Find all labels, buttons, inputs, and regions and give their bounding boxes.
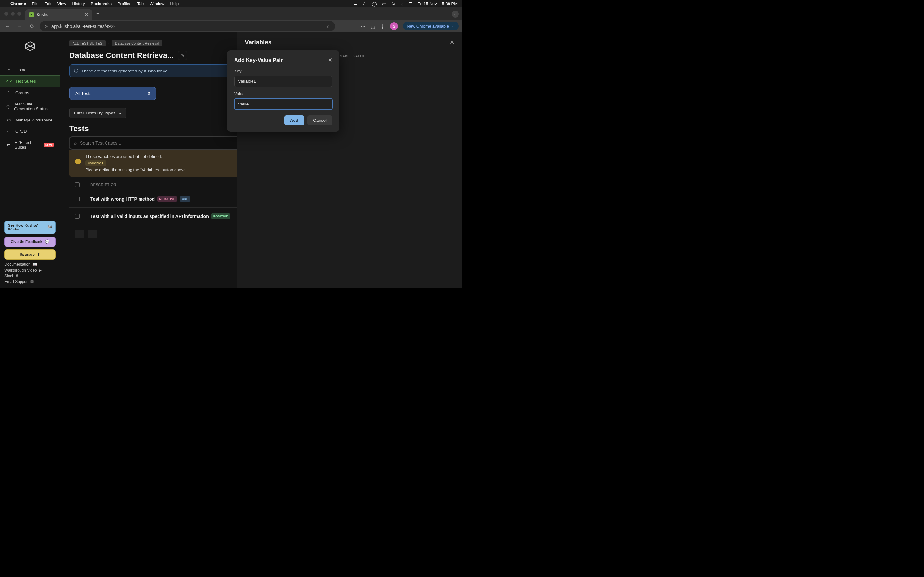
menu-view[interactable]: View	[57, 1, 66, 6]
downloads-icon[interactable]: ⭳	[380, 23, 385, 29]
select-all-checkbox[interactable]	[75, 182, 79, 187]
control-center-icon[interactable]: ☰	[409, 1, 413, 6]
undefined-var-chip: variable1	[86, 160, 106, 166]
sidebar: ⌂ Home ✓✓ Test Suites 🗀 Groups ◌ Test Su…	[0, 32, 60, 288]
tests-heading: Tests	[69, 124, 89, 133]
menu-file[interactable]: File	[32, 1, 39, 6]
test-name: Test with all valid inputs as specified …	[90, 214, 209, 219]
value-input[interactable]	[234, 98, 333, 110]
window-controls[interactable]	[5, 12, 21, 16]
status-icon: ◌	[6, 104, 10, 109]
page-prev-button[interactable]: ‹	[88, 229, 97, 239]
tab-close-icon[interactable]: ✕	[84, 12, 89, 18]
tab-overflow-icon[interactable]: ⌄	[452, 11, 459, 18]
link-email[interactable]: Email Support ✉	[5, 279, 55, 284]
feedback-button[interactable]: Give Us Feedback 💬	[5, 237, 55, 247]
chrome-tab-bar: k Kusho ✕ + ⌄	[0, 7, 462, 20]
menubar-app[interactable]: Chrome	[10, 1, 26, 6]
menubar-date[interactable]: Fri 15 Nov	[418, 1, 437, 6]
chevron-right-icon: ›	[108, 41, 110, 45]
new-badge: NEW	[44, 143, 53, 147]
breadcrumb-root[interactable]: ALL TEST SUITES	[69, 40, 105, 47]
url-input[interactable]: ⊙ app.kusho.ai/all-test-suites/4922 ☆	[40, 21, 335, 31]
menu-help[interactable]: Help	[170, 1, 179, 6]
menu-edit[interactable]: Edit	[44, 1, 51, 6]
swap-icon: ⇄	[6, 143, 11, 147]
link-documentation[interactable]: Documentation 📖	[5, 262, 55, 267]
filter-tests-button[interactable]: Filter Tests By Types ⌄	[69, 108, 126, 118]
test-name: Test with wrong HTTP method	[90, 197, 155, 201]
profile-avatar[interactable]: S	[390, 23, 398, 30]
extensions-icon[interactable]: ⬚	[371, 23, 375, 29]
user-icon[interactable]: ◯	[372, 1, 377, 6]
link-walkthrough[interactable]: Walkthrough Video ▶	[5, 268, 55, 272]
gear-icon: ⚙	[6, 118, 11, 122]
app-root: ⌂ Home ✓✓ Test Suites 🗀 Groups ◌ Test Su…	[0, 32, 462, 288]
menu-history[interactable]: History	[72, 1, 85, 6]
key-label: Key	[234, 69, 333, 73]
chrome-address-bar: ← → ⟳ ⊙ app.kusho.ai/all-test-suites/492…	[0, 20, 462, 32]
window-min-dot[interactable]	[11, 12, 15, 16]
sidebar-item-test-suites[interactable]: ✓✓ Test Suites	[0, 75, 60, 87]
info-icon: ⓘ	[74, 68, 78, 74]
sidebar-item-manage-workspace[interactable]: ⚙ Manage Workspace	[0, 114, 60, 126]
app-logo[interactable]	[3, 39, 57, 61]
value-label: Value	[234, 91, 333, 96]
reload-button[interactable]: ⟳	[27, 22, 37, 31]
tag-positive: POSITIVE	[212, 213, 230, 219]
kebab-icon: ⋮	[451, 24, 455, 29]
menu-bookmarks[interactable]: Bookmarks	[91, 1, 111, 6]
test-suites-icon: ✓✓	[6, 79, 11, 84]
wifi-icon[interactable]: ⚞	[391, 1, 396, 6]
upgrade-button[interactable]: Upgrade ⬆	[5, 250, 55, 259]
back-button[interactable]: ←	[3, 22, 12, 31]
url-text: app.kusho.ai/all-test-suites/4922	[51, 24, 116, 29]
video-icon: ▶	[39, 268, 42, 272]
browser-tab[interactable]: k Kusho ✕	[25, 9, 92, 20]
window-max-dot[interactable]	[17, 12, 21, 16]
page-first-button[interactable]: «	[75, 229, 84, 239]
menu-tab[interactable]: Tab	[137, 1, 144, 6]
battery-icon[interactable]: ▭	[382, 1, 386, 6]
key-input[interactable]	[234, 76, 333, 87]
edit-title-button[interactable]: ✎	[178, 51, 187, 60]
cloud-icon[interactable]: ☁	[353, 1, 357, 6]
forward-button[interactable]: →	[15, 22, 24, 31]
book-icon: 📖	[32, 262, 37, 267]
variables-panel-title: Variables	[245, 39, 271, 46]
sidebar-item-e2e[interactable]: ⇄ E2E Test Suites NEW	[0, 137, 60, 153]
folder-icon: 🗀	[6, 90, 11, 95]
bookmark-star-icon[interactable]: ☆	[326, 24, 330, 29]
close-icon[interactable]: ✕	[328, 57, 333, 63]
link-slack[interactable]: Slack #	[5, 274, 55, 278]
site-info-icon[interactable]: ⊙	[44, 24, 48, 29]
col-description: DESCRIPTION	[90, 183, 116, 187]
moon-icon[interactable]: ☾	[363, 1, 367, 6]
close-icon[interactable]: ✕	[450, 39, 454, 46]
row-checkbox[interactable]	[75, 214, 79, 219]
new-tab-button[interactable]: +	[96, 11, 100, 17]
breadcrumb-current[interactable]: Database Content Retrieval	[112, 40, 162, 47]
window-close-dot[interactable]	[5, 12, 8, 16]
search-icon[interactable]: ⌕	[401, 1, 403, 6]
menubar-time[interactable]: 5:38 PM	[442, 1, 457, 6]
toolbar-more-icon[interactable]: ⋯	[360, 23, 365, 29]
howto-button[interactable]: See How KushoAI Works 🏁	[5, 221, 55, 234]
tab-all-tests[interactable]: All Tests 2	[69, 87, 156, 100]
menu-window[interactable]: Window	[150, 1, 164, 6]
chrome-update-button[interactable]: New Chrome available ⋮	[403, 22, 459, 31]
add-kv-modal: Add Key-Value Pair ✕ Key Value Add Cance…	[227, 50, 339, 132]
cancel-button[interactable]: Cancel	[307, 115, 333, 125]
sidebar-item-cicd[interactable]: ∞ CI/CD	[0, 126, 60, 137]
menu-profiles[interactable]: Profiles	[118, 1, 131, 6]
search-icon: ⌕	[74, 140, 77, 145]
row-checkbox[interactable]	[75, 197, 79, 201]
chevron-down-icon: ⌄	[118, 111, 121, 115]
tab-favicon: k	[29, 12, 34, 17]
upgrade-icon: ⬆	[37, 252, 40, 257]
sidebar-item-generation-status[interactable]: ◌ Test Suite Generation Status	[0, 98, 60, 114]
sidebar-item-home[interactable]: ⌂ Home	[0, 64, 60, 75]
warn-line2: Please define them using the "Variables"…	[86, 167, 187, 172]
sidebar-item-groups[interactable]: 🗀 Groups	[0, 87, 60, 98]
add-button[interactable]: Add	[284, 115, 304, 125]
